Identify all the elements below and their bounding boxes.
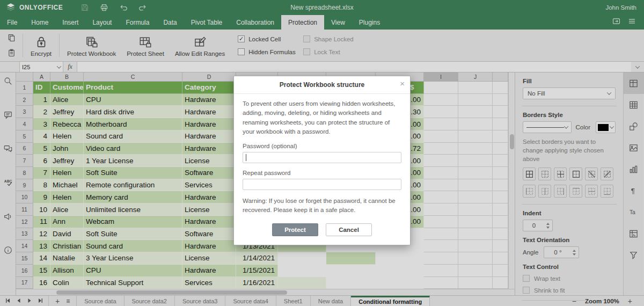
protect-workbook-dialog: Protect Workbook structure × To prevent …: [233, 76, 411, 245]
dialog-title: Protect Workbook structure: [280, 81, 364, 89]
password-label: Password (optional): [243, 143, 401, 149]
password-input[interactable]: [243, 152, 401, 163]
app-window: ONLYOFFICE New spreadsheet.xlsx John Smi…: [0, 0, 644, 306]
protect-button[interactable]: Protect: [272, 223, 318, 236]
close-icon[interactable]: ×: [400, 79, 405, 88]
dialog-warning: Warning: If you lose or forget the passw…: [243, 196, 401, 215]
dialog-header[interactable]: Protect Workbook structure ×: [234, 76, 410, 94]
repeat-password-label: Repeat password: [243, 170, 401, 176]
repeat-password-input[interactable]: [243, 179, 401, 190]
dialog-description: To prevent other users from viewing hidd…: [243, 99, 401, 136]
cancel-button[interactable]: Cancel: [326, 223, 372, 236]
